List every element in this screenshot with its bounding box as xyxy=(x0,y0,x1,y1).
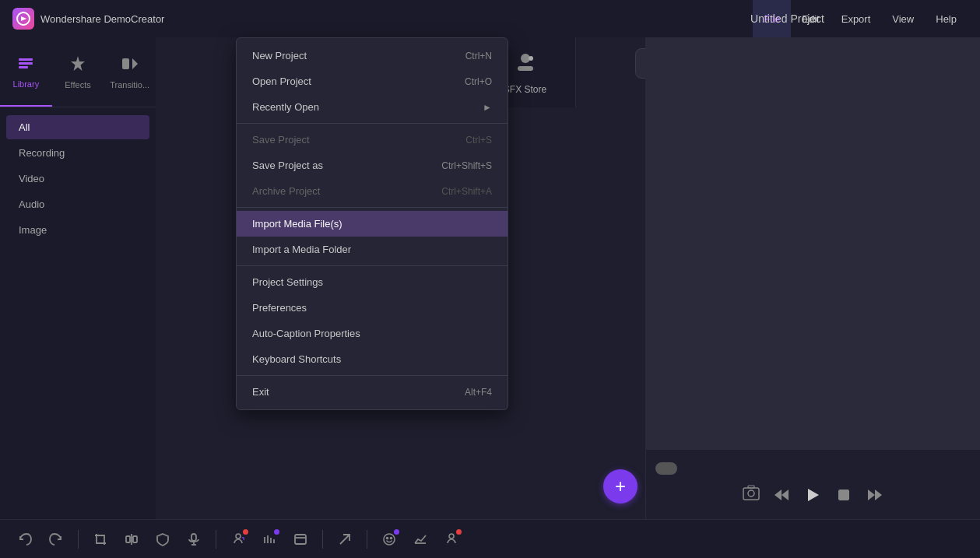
new-project-label: New Project xyxy=(252,50,307,61)
sfx-store-label: SFX Store xyxy=(504,84,546,95)
chart-button[interactable] xyxy=(408,527,433,552)
import-media-folder-label: Import a Media Folder xyxy=(252,244,351,255)
menu-recently-open[interactable]: Recently Open ► xyxy=(237,94,508,120)
archive-project-label: Archive Project xyxy=(252,185,320,197)
fab-add-button[interactable]: + xyxy=(603,469,638,504)
list-item-video[interactable]: Video xyxy=(6,167,149,191)
menu-import-media-files[interactable]: Import Media File(s) xyxy=(237,211,508,237)
separator-3 xyxy=(322,530,323,549)
separator-4 xyxy=(367,530,367,549)
tab-library[interactable]: Library xyxy=(0,37,52,107)
separator-before-exit xyxy=(237,375,508,376)
save-project-label: Save Project xyxy=(252,134,310,146)
tab-library-label: Library xyxy=(13,79,40,89)
svg-rect-2 xyxy=(19,62,33,65)
menu-save-project-as[interactable]: Save Project as Ctrl+Shift+S xyxy=(237,153,508,178)
svg-rect-8 xyxy=(518,66,533,71)
menu-import-media-folder[interactable]: Import a Media Folder xyxy=(237,237,508,262)
svg-marker-18 xyxy=(875,490,882,500)
menu-view[interactable]: View xyxy=(881,0,925,37)
auto-caption-label: Auto-Caption Properties xyxy=(252,328,360,339)
fab-icon: + xyxy=(615,476,626,497)
keyboard-shortcuts-label: Keyboard Shortcuts xyxy=(252,353,341,365)
save-project-as-label: Save Project as xyxy=(252,160,323,171)
svg-marker-13 xyxy=(782,490,789,500)
library-icon xyxy=(16,54,35,76)
shield-button[interactable] xyxy=(150,527,175,552)
svg-point-33 xyxy=(384,534,395,545)
panel-tabs: Library Effects Transitio... xyxy=(0,37,156,107)
open-project-shortcut: Ctrl+O xyxy=(465,76,492,87)
svg-rect-16 xyxy=(838,490,849,500)
svg-marker-14 xyxy=(775,490,782,500)
exit-label: Exit xyxy=(252,386,269,398)
tab-transitions[interactable]: Transitio... xyxy=(104,37,156,107)
save-project-shortcut: Ctrl+S xyxy=(465,135,492,146)
project-title: Untitled Project xyxy=(750,12,824,25)
tab-effects[interactable]: Effects xyxy=(52,37,104,107)
list-item-audio[interactable]: Audio xyxy=(6,192,149,216)
list-item-all[interactable]: All xyxy=(6,115,149,139)
split-button[interactable] xyxy=(119,527,144,552)
redo-button[interactable] xyxy=(44,527,68,552)
menu-auto-caption[interactable]: Auto-Caption Properties xyxy=(237,321,508,346)
transitions-icon xyxy=(121,54,139,77)
menu-exit[interactable]: Exit Alt+F4 xyxy=(237,379,508,405)
list-item-recording[interactable]: Recording xyxy=(6,141,149,165)
menu-new-project[interactable]: New Project Ctrl+N xyxy=(237,43,508,68)
panel-list: All Recording Video Audio Image xyxy=(0,107,156,519)
undo-button[interactable] xyxy=(12,527,37,552)
menu-open-project[interactable]: Open Project Ctrl+O xyxy=(237,68,508,94)
svg-rect-5 xyxy=(122,58,129,69)
svg-marker-17 xyxy=(868,490,875,500)
svg-rect-12 xyxy=(748,486,754,488)
tab-transitions-label: Transitio... xyxy=(110,80,149,89)
menu-help[interactable]: Help xyxy=(925,0,968,37)
menu-preferences[interactable]: Preferences xyxy=(237,295,508,321)
project-settings-label: Project Settings xyxy=(252,276,323,288)
svg-rect-1 xyxy=(19,58,33,61)
emoji-badge xyxy=(394,529,399,535)
bottom-toolbar xyxy=(0,519,980,558)
mic-button[interactable] xyxy=(181,527,206,552)
svg-marker-4 xyxy=(71,56,85,71)
play-button[interactable] xyxy=(800,483,825,507)
svg-rect-30 xyxy=(295,535,306,544)
screenshot-button[interactable] xyxy=(739,483,763,507)
exit-shortcut: Alt+F4 xyxy=(465,387,492,398)
left-panel: Library Effects Transitio... All xyxy=(0,37,156,519)
audio-bars-button[interactable] xyxy=(257,527,282,552)
list-item-image[interactable]: Image xyxy=(6,218,149,242)
app-logo xyxy=(12,8,34,30)
menu-export[interactable]: Export xyxy=(831,0,882,37)
separator-after-recently xyxy=(237,123,508,124)
svg-point-9 xyxy=(529,56,533,61)
svg-point-25 xyxy=(236,534,241,539)
person-wave-badge xyxy=(243,529,248,535)
person-badge-button[interactable] xyxy=(439,527,464,552)
stop-button[interactable] xyxy=(831,483,856,507)
rewind-button[interactable] xyxy=(769,483,794,507)
menu-save-project: Save Project Ctrl+S xyxy=(237,127,508,153)
frame-button[interactable] xyxy=(288,527,313,552)
svg-marker-6 xyxy=(132,58,138,69)
arrow-button[interactable] xyxy=(332,527,357,552)
svg-rect-20 xyxy=(126,536,130,542)
save-project-as-shortcut: Ctrl+Shift+S xyxy=(441,160,492,171)
import-media-files-label: Import Media File(s) xyxy=(252,218,342,230)
separator-2 xyxy=(216,530,216,549)
audio-bars-badge xyxy=(274,529,279,535)
separator-1 xyxy=(78,530,79,549)
fast-forward-button[interactable] xyxy=(862,483,887,507)
emoji-button[interactable] xyxy=(377,527,402,552)
person-wave-button[interactable] xyxy=(226,527,251,552)
crop-button[interactable] xyxy=(88,527,113,552)
person-badge-dot xyxy=(456,529,462,535)
recently-open-arrow: ► xyxy=(483,102,492,113)
menu-project-settings[interactable]: Project Settings xyxy=(237,269,508,295)
recently-open-label: Recently Open xyxy=(252,101,319,113)
svg-point-35 xyxy=(391,537,392,539)
preferences-label: Preferences xyxy=(252,302,307,314)
menu-keyboard-shortcuts[interactable]: Keyboard Shortcuts xyxy=(237,346,508,372)
open-project-label: Open Project xyxy=(252,75,311,87)
